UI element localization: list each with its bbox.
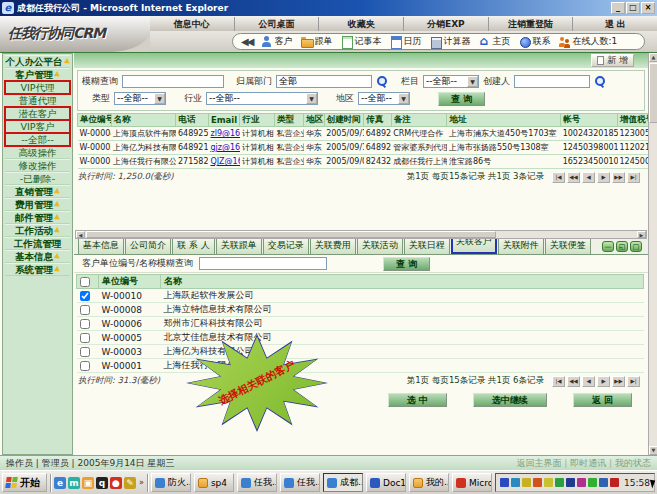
sidebar-item[interactable]: 费用管理: [5, 198, 70, 211]
close-button[interactable]: ×: [641, 2, 655, 14]
pen-icon[interactable]: ✎: [124, 477, 136, 489]
industry-select[interactable]: --全部--▼: [206, 92, 318, 105]
select-all-checkbox[interactable]: [80, 277, 90, 287]
detail-tab[interactable]: 关联便签: [545, 237, 591, 254]
volume-icon[interactable]: [522, 478, 531, 487]
quick-launch-overflow-icon[interactable]: »: [139, 478, 144, 487]
pen-tray-icon[interactable]: [544, 478, 553, 487]
network-icon[interactable]: [500, 478, 509, 487]
row-checkbox[interactable]: [80, 319, 90, 329]
detail-tab[interactable]: 交易记录: [263, 237, 309, 254]
pager-button[interactable]: ▶▶: [612, 376, 625, 387]
toolbar-button[interactable]: 跟单: [301, 35, 332, 48]
pager-button[interactable]: ◀◀: [567, 172, 580, 183]
top-nav-item[interactable]: 分销EXP: [404, 17, 489, 31]
detail-tab[interactable]: 关联日程: [404, 237, 450, 254]
graphics-icon[interactable]: [577, 478, 586, 487]
task-button[interactable]: Micros...: [452, 473, 492, 492]
sidebar-item[interactable]: 工作活动: [5, 224, 70, 237]
related-customer-row[interactable]: W-00001 上海任我行有限公司: [77, 359, 644, 373]
row-checkbox[interactable]: [80, 333, 90, 343]
sidebar-item[interactable]: -已删除-: [5, 172, 70, 185]
add-new-button[interactable]: 新 增: [591, 54, 634, 67]
region-select[interactable]: --全部--▼: [358, 92, 410, 105]
customer-row[interactable]: W-00001 上海任我行有限公司 27158230 QJZ@163.COM 计…: [78, 155, 649, 169]
task-button[interactable]: sp4: [194, 473, 234, 492]
row-checkbox[interactable]: [80, 291, 90, 301]
task-button[interactable]: 我的...: [409, 473, 449, 492]
pager-button[interactable]: ▶|: [627, 172, 640, 183]
detail-tab[interactable]: 关联活动: [357, 237, 403, 254]
ie-icon[interactable]: e: [54, 477, 66, 489]
sidebar-item[interactable]: 基本信息: [5, 250, 70, 263]
sidebar-item[interactable]: 邮件管理: [5, 211, 70, 224]
image-viewer-icon[interactable]: ▣: [82, 477, 94, 489]
customer-row[interactable]: W-00004 上海顶点软件有限公司 64892525 zl9@163.com …: [78, 127, 649, 141]
pane-maximize-icon[interactable]: □: [630, 241, 642, 252]
pager-button[interactable]: |◀: [552, 172, 565, 183]
detail-tab[interactable]: 基本信息: [78, 237, 124, 254]
power-icon[interactable]: [588, 478, 597, 487]
pane-restore-icon[interactable]: ◱: [616, 241, 628, 252]
update-icon[interactable]: [555, 478, 564, 487]
select-continue-button[interactable]: 选中继续: [473, 393, 547, 407]
top-nav-item[interactable]: 公司桌面: [235, 17, 320, 31]
sidebar-item[interactable]: 高级操作: [5, 146, 70, 159]
top-nav-item[interactable]: 注销重登陆: [489, 17, 574, 31]
scroll-up-icon[interactable]: ▲: [649, 53, 657, 62]
input-method-icon[interactable]: [566, 478, 575, 487]
minimize-button[interactable]: _: [611, 2, 625, 14]
qq-icon[interactable]: q: [96, 477, 108, 489]
email-link[interactable]: QJZ@163.COM: [208, 155, 239, 169]
maximize-button[interactable]: □: [626, 2, 640, 14]
task-button[interactable]: 任我...: [280, 473, 320, 492]
sidebar-item[interactable]: 个人办公平台: [5, 55, 70, 68]
related-search-input[interactable]: [199, 257, 327, 270]
scroll-left-icon[interactable]: ◀: [76, 231, 85, 238]
email-link[interactable]: gjz@163.com: [208, 141, 239, 155]
toolbar-button[interactable]: 主页: [479, 35, 510, 48]
status-link[interactable]: 返回主界面: [516, 458, 561, 468]
dept-lookup-icon[interactable]: [376, 76, 387, 87]
toolbar-button[interactable]: 记事本: [341, 35, 381, 48]
dept-input[interactable]: [276, 75, 372, 88]
sidebar-item[interactable]: 修改操作: [5, 159, 70, 172]
task-button[interactable]: 成都...: [323, 473, 363, 492]
pager-button[interactable]: ▶: [597, 376, 610, 387]
display-icon[interactable]: [511, 478, 520, 487]
collapse-toolbar-icon[interactable]: ◀◀: [241, 36, 252, 47]
scroll-down-icon[interactable]: ▼: [649, 446, 657, 455]
pager-button[interactable]: ◀: [582, 172, 595, 183]
status-link[interactable]: 即时通讯: [561, 458, 606, 468]
select-button[interactable]: 选 中: [388, 393, 447, 407]
back-button[interactable]: 返 回: [573, 393, 632, 407]
sidebar-item[interactable]: 直销管理: [5, 185, 70, 198]
sidebar-item[interactable]: 普通代理: [5, 94, 70, 107]
pager-button[interactable]: ◀◀: [567, 376, 580, 387]
pager-button[interactable]: ▶: [597, 172, 610, 183]
row-checkbox[interactable]: [80, 305, 90, 315]
detail-tab[interactable]: 关联费用: [310, 237, 356, 254]
horizontal-scrollbar[interactable]: ◀ ▶: [75, 230, 647, 239]
row-checkbox[interactable]: [80, 347, 90, 357]
sidebar-item[interactable]: --全部--: [5, 133, 70, 146]
pager-button[interactable]: |◀: [552, 376, 565, 387]
customer-row[interactable]: W-00003 上海亿为科技有限公司 64892132 gjz@163.com …: [78, 141, 649, 155]
sidebar-item[interactable]: VIP代理: [5, 81, 70, 94]
task-button[interactable]: 防火...: [151, 473, 191, 492]
search-button[interactable]: 查 询: [438, 92, 485, 106]
pane-minimize-icon[interactable]: —: [602, 241, 614, 252]
im-icon[interactable]: [533, 478, 542, 487]
sidebar-item[interactable]: 工作流管理: [5, 237, 70, 250]
toolbar-button[interactable]: 在线人数:1: [559, 35, 617, 48]
sidebar-item[interactable]: VIP客户: [5, 120, 70, 133]
toolbar-button[interactable]: 计算器: [430, 35, 470, 48]
toolbar-button[interactable]: 日历: [390, 35, 421, 48]
task-button[interactable]: Doc1....: [366, 473, 406, 492]
type-select[interactable]: --全部--▼: [114, 92, 166, 105]
related-customer-row[interactable]: W-00010 上海跃起软件发展公司: [77, 289, 644, 303]
media-player-icon[interactable]: ●: [110, 477, 122, 489]
vertical-scrollbar[interactable]: ▲ ▼: [648, 53, 657, 455]
sidebar-item[interactable]: 系统管理: [5, 263, 70, 276]
row-checkbox[interactable]: [80, 361, 90, 371]
